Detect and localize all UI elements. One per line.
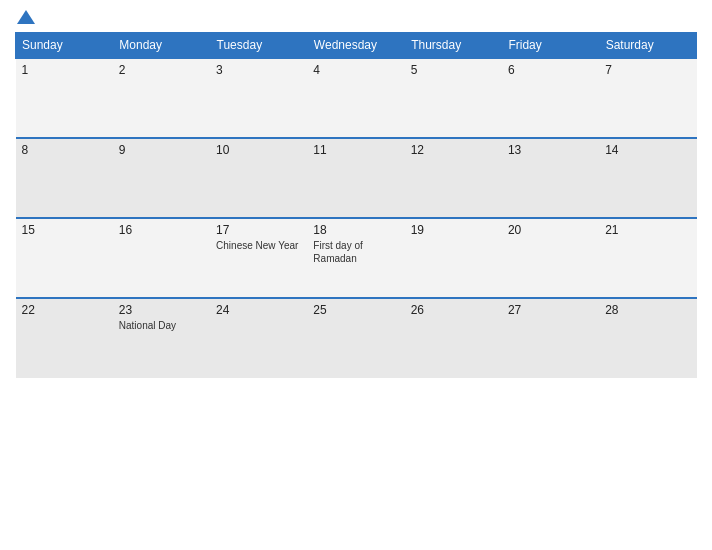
calendar-day-cell: 4 <box>307 58 404 138</box>
day-number: 18 <box>313 223 398 237</box>
day-number: 23 <box>119 303 204 317</box>
day-number: 16 <box>119 223 204 237</box>
calendar-event: First day of Ramadan <box>313 239 398 265</box>
day-number: 28 <box>605 303 690 317</box>
calendar-day-cell: 3 <box>210 58 307 138</box>
calendar-day-cell: 7 <box>599 58 696 138</box>
calendar-day-cell: 17Chinese New Year <box>210 218 307 298</box>
day-number: 11 <box>313 143 398 157</box>
weekday-header-thursday: Thursday <box>405 33 502 59</box>
day-number: 4 <box>313 63 398 77</box>
day-number: 2 <box>119 63 204 77</box>
calendar-week-row: 151617Chinese New Year18First day of Ram… <box>16 218 697 298</box>
calendar-day-cell: 26 <box>405 298 502 378</box>
day-number: 22 <box>22 303 107 317</box>
weekday-header-row: SundayMondayTuesdayWednesdayThursdayFrid… <box>16 33 697 59</box>
day-number: 19 <box>411 223 496 237</box>
calendar-event: National Day <box>119 319 204 332</box>
day-number: 20 <box>508 223 593 237</box>
calendar-day-cell: 21 <box>599 218 696 298</box>
calendar-header <box>15 10 697 24</box>
calendar-page: SundayMondayTuesdayWednesdayThursdayFrid… <box>0 0 712 550</box>
calendar-week-row: 891011121314 <box>16 138 697 218</box>
calendar-day-cell: 6 <box>502 58 599 138</box>
calendar-day-cell: 13 <box>502 138 599 218</box>
calendar-day-cell: 18First day of Ramadan <box>307 218 404 298</box>
calendar-day-cell: 24 <box>210 298 307 378</box>
day-number: 25 <box>313 303 398 317</box>
calendar-day-cell: 14 <box>599 138 696 218</box>
weekday-header-sunday: Sunday <box>16 33 113 59</box>
calendar-table: SundayMondayTuesdayWednesdayThursdayFrid… <box>15 32 697 378</box>
day-number: 26 <box>411 303 496 317</box>
day-number: 17 <box>216 223 301 237</box>
weekday-header-wednesday: Wednesday <box>307 33 404 59</box>
calendar-day-cell: 12 <box>405 138 502 218</box>
day-number: 9 <box>119 143 204 157</box>
day-number: 12 <box>411 143 496 157</box>
calendar-day-cell: 10 <box>210 138 307 218</box>
day-number: 1 <box>22 63 107 77</box>
calendar-day-cell: 15 <box>16 218 113 298</box>
day-number: 14 <box>605 143 690 157</box>
calendar-day-cell: 5 <box>405 58 502 138</box>
weekday-header-friday: Friday <box>502 33 599 59</box>
calendar-event: Chinese New Year <box>216 239 301 252</box>
day-number: 10 <box>216 143 301 157</box>
calendar-day-cell: 1 <box>16 58 113 138</box>
calendar-day-cell: 11 <box>307 138 404 218</box>
calendar-day-cell: 28 <box>599 298 696 378</box>
day-number: 8 <box>22 143 107 157</box>
day-number: 5 <box>411 63 496 77</box>
day-number: 21 <box>605 223 690 237</box>
day-number: 7 <box>605 63 690 77</box>
weekday-header-monday: Monday <box>113 33 210 59</box>
calendar-week-row: 1234567 <box>16 58 697 138</box>
calendar-week-row: 2223National Day2425262728 <box>16 298 697 378</box>
calendar-day-cell: 9 <box>113 138 210 218</box>
day-number: 3 <box>216 63 301 77</box>
day-number: 15 <box>22 223 107 237</box>
calendar-day-cell: 25 <box>307 298 404 378</box>
calendar-day-cell: 2 <box>113 58 210 138</box>
logo-icon <box>17 10 35 24</box>
calendar-day-cell: 16 <box>113 218 210 298</box>
calendar-day-cell: 20 <box>502 218 599 298</box>
weekday-header-saturday: Saturday <box>599 33 696 59</box>
day-number: 13 <box>508 143 593 157</box>
logo <box>15 10 35 24</box>
calendar-day-cell: 8 <box>16 138 113 218</box>
day-number: 27 <box>508 303 593 317</box>
calendar-day-cell: 19 <box>405 218 502 298</box>
day-number: 6 <box>508 63 593 77</box>
day-number: 24 <box>216 303 301 317</box>
calendar-day-cell: 23National Day <box>113 298 210 378</box>
svg-marker-0 <box>17 10 35 24</box>
calendar-day-cell: 27 <box>502 298 599 378</box>
calendar-day-cell: 22 <box>16 298 113 378</box>
weekday-header-tuesday: Tuesday <box>210 33 307 59</box>
